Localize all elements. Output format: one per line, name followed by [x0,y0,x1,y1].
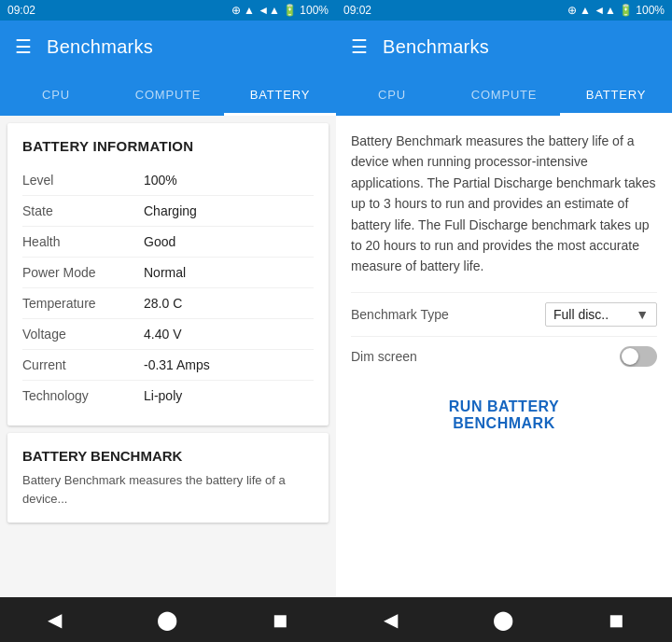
benchmark-type-row: Benchmark Type Full disc.. ▼ [351,292,657,336]
tab-battery-left[interactable]: BATTERY [224,73,336,116]
app-bar-right: ☰ Benchmarks [336,21,672,73]
battery-info-title: BATTERY INFORMATION [22,138,314,154]
value-current: -0.31 Amps [144,357,210,372]
info-row-temperature: Temperature 28.0 C [22,288,314,319]
info-row-technology: Technology Li-poly [22,381,314,411]
left-phone-panel: 09:02 ⊕ ▲ ◄▲ 🔋 100% ☰ Benchmarks CPU COM… [0,0,336,642]
time-left: 09:02 [7,4,35,17]
benchmark-type-dropdown[interactable]: Full disc.. ▼ [545,302,657,327]
home-button-right[interactable]: ⬤ [493,608,513,631]
back-button-left[interactable]: ◀ [48,608,62,631]
status-left: 09:02 [7,4,35,17]
status-right: ⊕ ▲ ◄▲ 🔋 100% [231,4,329,17]
info-row-state: State Charging [22,196,314,227]
value-technology: Li-poly [144,388,182,403]
value-level: 100% [144,173,177,188]
nav-bar-left: ◀ ⬤ ◼ [0,597,336,642]
status-bar-right: 09:02 ⊕ ▲ ◄▲ 🔋 100% [336,0,672,21]
run-battery-benchmark-button[interactable]: RUN BATTERY BENCHMARK [351,398,657,432]
info-row-level: Level 100% [22,165,314,196]
run-button-line2: BENCHMARK [351,415,657,432]
time-right: 09:02 [343,4,371,17]
status-left-right: 09:02 [343,4,371,17]
battery-description: Battery Benchmark measures the battery l… [336,116,672,285]
benchmark-type-value: Full disc.. [553,307,609,322]
battery-right: 100% [636,4,665,17]
tab-battery-right[interactable]: BATTERY [560,73,672,116]
label-current: Current [22,357,144,372]
status-icons-left: ⊕ ▲ ◄▲ 🔋 [231,4,298,17]
nav-bar-right: ◀ ⬤ ◼ [336,597,672,642]
run-button-container: RUN BATTERY BENCHMARK [336,384,672,447]
info-row-voltage: Voltage 4.40 V [22,319,314,350]
menu-icon-left[interactable]: ☰ [15,35,32,58]
recent-button-left[interactable]: ◼ [273,608,288,631]
app-title-right: Benchmarks [383,36,489,58]
tab-compute-right[interactable]: COMPUTE [448,73,560,116]
home-button-left[interactable]: ⬤ [157,608,177,631]
left-content: BATTERY INFORMATION Level 100% State Cha… [0,116,336,597]
run-button-line1: RUN BATTERY [351,398,657,415]
tab-cpu-right[interactable]: CPU [336,73,448,116]
value-health: Good [144,234,175,249]
dim-screen-label: Dim screen [351,349,417,364]
label-state: State [22,203,144,218]
benchmark-type-label: Benchmark Type [351,307,449,322]
benchmark-title: BATTERY BENCHMARK [22,448,314,464]
label-health: Health [22,234,144,249]
label-temperature: Temperature [22,296,144,311]
chevron-down-icon: ▼ [636,307,649,322]
label-voltage: Voltage [22,327,144,342]
battery-info-card: BATTERY INFORMATION Level 100% State Cha… [7,123,329,426]
right-phone-panel: 09:02 ⊕ ▲ ◄▲ 🔋 100% ☰ Benchmarks CPU COM… [336,0,672,642]
label-level: Level [22,173,144,188]
status-icons-right: ⊕ ▲ ◄▲ 🔋 [567,4,634,17]
app-bar-left: ☰ Benchmarks [0,21,336,73]
label-powermode: Power Mode [22,265,144,280]
dim-screen-row: Dim screen [351,336,657,376]
app-title-left: Benchmarks [47,36,153,58]
label-technology: Technology [22,388,144,403]
info-row-health: Health Good [22,227,314,258]
dim-screen-toggle[interactable] [620,346,657,367]
value-powermode: Normal [144,265,186,280]
value-state: Charging [144,203,197,218]
tab-bar-left: CPU COMPUTE BATTERY [0,73,336,116]
tab-cpu-left[interactable]: CPU [0,73,112,116]
benchmark-desc: Battery Benchmark measures the battery l… [22,471,314,508]
status-right-right: ⊕ ▲ ◄▲ 🔋 100% [567,4,665,17]
right-content: Battery Benchmark measures the battery l… [336,116,672,597]
tab-bar-right: CPU COMPUTE BATTERY [336,73,672,116]
recent-button-right[interactable]: ◼ [609,608,624,631]
battery-benchmark-card: BATTERY BENCHMARK Battery Benchmark meas… [7,433,329,523]
tab-compute-left[interactable]: COMPUTE [112,73,224,116]
status-bar-left: 09:02 ⊕ ▲ ◄▲ 🔋 100% [0,0,336,21]
menu-icon-right[interactable]: ☰ [351,35,368,58]
benchmark-settings: Benchmark Type Full disc.. ▼ Dim screen [336,285,672,384]
value-voltage: 4.40 V [144,327,181,342]
value-temperature: 28.0 C [144,296,182,311]
back-button-right[interactable]: ◀ [384,608,398,631]
info-row-current: Current -0.31 Amps [22,350,314,381]
info-row-powermode: Power Mode Normal [22,258,314,288]
battery-left: 100% [300,4,329,17]
